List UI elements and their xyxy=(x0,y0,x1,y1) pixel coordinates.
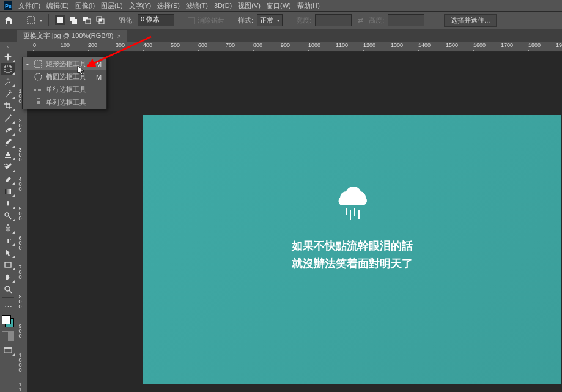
screen-mode-toggle[interactable] xyxy=(1,344,15,356)
selection-add-icon[interactable] xyxy=(68,15,78,25)
flyout-row-marquee[interactable]: 单行选框工具 xyxy=(23,83,106,96)
menu-layer[interactable]: 图层(L) xyxy=(101,1,122,10)
svg-rect-7 xyxy=(86,19,91,24)
svg-rect-3 xyxy=(57,17,63,23)
menu-view[interactable]: 视图(V) xyxy=(238,1,261,10)
flyout-col-marquee[interactable]: 单列选框工具 xyxy=(23,96,106,109)
tool-preset-dropdown[interactable]: ▾ xyxy=(40,18,42,23)
close-icon[interactable]: × xyxy=(117,32,121,40)
svg-rect-10 xyxy=(99,19,102,21)
rect-marquee-icon xyxy=(34,60,42,68)
flyout-rect-marquee[interactable]: • 矩形选框工具 M xyxy=(23,57,106,70)
zoom-tool[interactable] xyxy=(1,283,15,295)
menu-file[interactable]: 文件(F) xyxy=(18,1,40,10)
menu-select[interactable]: 选择(S) xyxy=(157,1,180,10)
foreground-color-swatch[interactable] xyxy=(2,315,11,324)
flyout-ellipse-marquee[interactable]: 椭圆选框工具 M xyxy=(23,70,106,83)
svg-rect-13 xyxy=(5,189,11,194)
type-tool[interactable]: T xyxy=(1,234,15,246)
tools-panel: » T ⋯ xyxy=(0,42,17,392)
pen-tool[interactable] xyxy=(1,222,15,234)
stamp-tool[interactable] xyxy=(1,149,15,160)
svg-rect-5 xyxy=(72,19,77,24)
menubar: Ps 文件(F) 编辑(E) 图像(I) 图层(L) 文字(Y) 选择(S) 滤… xyxy=(0,0,562,12)
app-icon: Ps xyxy=(4,1,12,10)
menu-filter[interactable]: 滤镜(T) xyxy=(186,1,208,10)
antialias-checkbox: 消除锯齿 xyxy=(188,16,224,25)
feather-input[interactable]: 0 像素 xyxy=(138,14,174,26)
svg-rect-16 xyxy=(5,262,11,267)
svg-point-25 xyxy=(35,73,42,80)
col-marquee-icon xyxy=(34,98,42,107)
svg-text:T: T xyxy=(6,236,11,245)
svg-rect-2 xyxy=(28,17,35,24)
height-label: 高度: xyxy=(369,16,384,25)
menu-window[interactable]: 窗口(W) xyxy=(267,1,291,10)
canvas[interactable]: 如果不快點流幹眼泪的話 就沒辦法笑着面對明天了 xyxy=(143,115,561,384)
active-tool-icon[interactable] xyxy=(26,15,36,25)
document-tabbar: 更换文字.jpg @ 100%(RGB/8) × xyxy=(0,29,562,42)
svg-point-17 xyxy=(5,286,10,291)
eraser-tool[interactable] xyxy=(1,173,15,185)
move-tool[interactable] xyxy=(1,51,15,62)
gradient-tool[interactable] xyxy=(1,185,15,197)
style-label: 样式: xyxy=(238,16,253,25)
marquee-flyout: • 矩形选框工具 M 椭圆选框工具 M 单行选框工具 单列选框工具 xyxy=(22,57,107,109)
selection-new-icon[interactable] xyxy=(55,15,65,25)
home-icon[interactable] xyxy=(4,15,13,25)
canvas-text: 如果不快點流幹眼泪的話 就沒辦法笑着面對明天了 xyxy=(143,237,561,273)
blur-tool[interactable] xyxy=(1,198,15,209)
document-tab[interactable]: 更换文字.jpg @ 100%(RGB/8) × xyxy=(17,30,127,42)
menu-3d[interactable]: 3D(D) xyxy=(214,2,232,9)
menu-help[interactable]: 帮助(H) xyxy=(297,1,320,10)
select-and-mask-button[interactable]: 选择并遮住... xyxy=(444,14,497,27)
toolbar-grip[interactable]: » xyxy=(1,44,15,50)
history-brush-tool[interactable] xyxy=(1,161,15,172)
svg-rect-11 xyxy=(5,66,11,72)
svg-point-14 xyxy=(5,213,9,216)
path-select-tool[interactable] xyxy=(1,246,15,258)
ellipse-marquee-icon xyxy=(34,73,42,81)
color-swatches[interactable] xyxy=(2,315,14,327)
svg-rect-19 xyxy=(4,347,12,349)
cloud-graphic xyxy=(328,176,377,226)
swap-wh-icon: ⇄ xyxy=(355,15,365,25)
eyedropper-tool[interactable] xyxy=(1,112,15,124)
text-line-1: 如果不快點流幹眼泪的話 xyxy=(143,237,561,255)
menu-image[interactable]: 图像(I) xyxy=(75,1,95,10)
feather-label: 羽化: xyxy=(119,16,134,25)
rectangle-tool[interactable] xyxy=(1,259,15,270)
row-marquee-icon xyxy=(34,86,42,94)
svg-rect-24 xyxy=(35,61,42,67)
width-input xyxy=(315,14,352,26)
width-label: 宽度: xyxy=(296,16,311,25)
dodge-tool[interactable] xyxy=(1,210,15,221)
edit-toolbar-icon[interactable]: ⋯ xyxy=(1,300,15,312)
brush-tool[interactable] xyxy=(1,136,15,148)
lasso-tool[interactable] xyxy=(1,75,15,87)
tab-title: 更换文字.jpg @ 100%(RGB/8) xyxy=(23,31,114,40)
menu-edit[interactable]: 编辑(E) xyxy=(46,1,69,10)
marquee-tool[interactable] xyxy=(1,63,15,75)
height-input xyxy=(388,14,424,26)
ruler-origin[interactable] xyxy=(16,42,28,52)
quick-mask-toggle[interactable] xyxy=(2,331,14,341)
selection-subtract-icon[interactable] xyxy=(82,15,92,25)
menu-type[interactable]: 文字(Y) xyxy=(129,1,152,10)
options-bar: ▾ 羽化: 0 像素 消除锯齿 样式: 正常▾ 宽度: ⇄ 高度: 选择并遮住.… xyxy=(0,12,562,29)
healing-tool[interactable] xyxy=(1,124,15,136)
svg-text:Ps: Ps xyxy=(5,3,12,9)
wand-tool[interactable] xyxy=(1,87,15,99)
style-dropdown[interactable]: 正常▾ xyxy=(257,14,283,26)
text-line-2: 就沒辦法笑着面對明天了 xyxy=(143,255,561,273)
separator xyxy=(20,14,20,26)
crop-tool[interactable] xyxy=(1,100,15,111)
separator xyxy=(48,14,49,26)
hand-tool[interactable] xyxy=(1,271,15,283)
selection-intersect-icon[interactable] xyxy=(95,15,105,25)
ruler-horizontal[interactable]: 0100200300400500600700800900100011001200… xyxy=(27,42,562,52)
